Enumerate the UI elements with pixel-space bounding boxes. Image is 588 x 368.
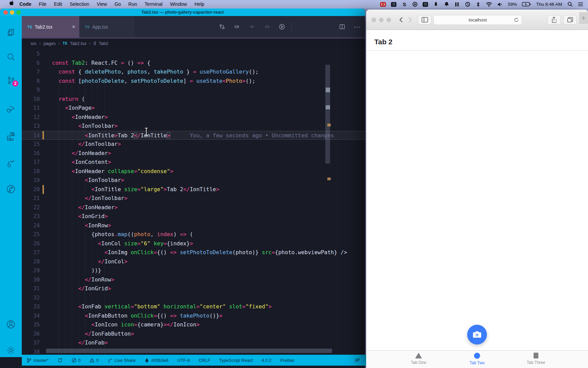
tab-overview-icon[interactable]	[563, 15, 577, 25]
close-tab-icon[interactable]: ×	[72, 24, 75, 30]
close-window-button[interactable]	[3, 10, 8, 15]
code-line-9: 9	[22, 86, 365, 95]
active-app-icon[interactable]	[423, 2, 428, 7]
menu-item-run[interactable]: Run	[125, 0, 141, 9]
menu-item-app[interactable]: Code	[16, 0, 35, 9]
run-debug-icon[interactable]	[6, 104, 16, 113]
spotlight-search-icon[interactable]	[567, 1, 573, 8]
new-tab-icon[interactable]: +	[579, 12, 588, 24]
record-circle-icon[interactable]	[412, 1, 418, 8]
more-actions-icon[interactable]: ⋯	[354, 24, 360, 30]
breadcrumb-file[interactable]: Tab2.tsx	[70, 41, 86, 46]
take-photo-fab-button[interactable]	[467, 325, 487, 344]
sidebar-icon[interactable]	[418, 15, 431, 25]
code-text: </IonCol>	[52, 257, 128, 266]
control-center-icon[interactable]	[578, 1, 583, 8]
compass-icon[interactable]	[465, 1, 470, 8]
extensions-icon[interactable]	[6, 132, 16, 142]
feedback-icon[interactable]	[354, 357, 360, 363]
status-item-sync-icon[interactable]	[58, 358, 63, 363]
run-file-icon[interactable]	[278, 24, 285, 30]
files-icon[interactable]	[6, 28, 16, 37]
vscode-title-bar[interactable]: Tab2.tsx — photo-gallery-capacitor-react	[0, 9, 365, 16]
volume-icon[interactable]	[497, 1, 503, 8]
back-icon[interactable]	[397, 15, 405, 24]
status-item-0[interactable]: 0	[89, 358, 99, 363]
git-graph-icon[interactable]	[6, 184, 16, 194]
ion-tab-tab-two[interactable]: Tab Two	[462, 353, 492, 365]
search-icon[interactable]	[6, 52, 16, 62]
status-label: #00b3e6	[151, 358, 168, 363]
menu-item-terminal[interactable]: Terminal	[141, 0, 166, 9]
status-item-utf-8[interactable]: UTF-8	[177, 358, 190, 363]
shortcuts-icon[interactable]: S	[402, 1, 407, 8]
breadcrumb-separator: ›	[58, 41, 60, 46]
code-text: <IonCol size="6" key={index}>	[52, 239, 193, 248]
bluetooth-icon[interactable]	[475, 1, 481, 8]
line-number: 7	[22, 67, 40, 77]
code-editor[interactable]: 56const Tab2: React.FC = () => {7 const …	[22, 48, 365, 355]
breadcrumb-src[interactable]: src	[31, 41, 36, 46]
pause-icon[interactable]	[454, 1, 460, 8]
code-line-27: 27 <IonImg onClick={() => setPhotoToDele…	[22, 248, 365, 257]
status-item-typescript-react[interactable]: TypeScript React	[219, 358, 253, 363]
split-editor-icon[interactable]	[339, 24, 345, 30]
share-icon[interactable]	[547, 15, 561, 25]
status-item--00b3e6[interactable]: #00b3e6	[144, 358, 168, 363]
status-item-0[interactable]: 0	[71, 358, 81, 363]
status-item-4-0-2[interactable]: 4.0.2	[262, 358, 272, 363]
minimize-window-button[interactable]	[10, 10, 14, 15]
menu-item-view[interactable]: View	[93, 0, 111, 9]
breadcrumb-pages[interactable]: pages	[44, 41, 55, 46]
line-number: 13	[22, 122, 40, 131]
menu-item-file[interactable]: File	[35, 0, 50, 9]
apple-menu-icon[interactable]	[5, 0, 16, 9]
menu-item-selection[interactable]: Selection	[66, 0, 93, 9]
tab-tab2-tsx[interactable]: TS Tab2.tsx ×	[22, 16, 79, 37]
next-change-icon[interactable]	[263, 24, 270, 30]
live-share-icon[interactable]	[6, 159, 16, 168]
code-text: </IonToolbar>	[52, 194, 128, 203]
status-item-prettier[interactable]: Prettier	[280, 358, 295, 363]
safari-window: localhost + Tab 2 Tab OneTab TwoTab Thre…	[366, 10, 588, 368]
screen-recorder-icon[interactable]	[380, 2, 386, 7]
safari-toolbar: localhost +	[366, 10, 588, 30]
tab-label: Tab Two	[470, 361, 485, 365]
previous-change-icon[interactable]	[233, 24, 240, 30]
address-bar[interactable]: localhost	[434, 15, 522, 25]
wifi-icon[interactable]	[486, 1, 492, 8]
status-item-live-share[interactable]: Live Share	[108, 358, 135, 363]
macos-menu-bar: Code File Edit Selection View Go Run Ter…	[0, 0, 588, 9]
menu-bar-clock[interactable]: Thu 8:46 AM	[536, 2, 562, 7]
camera-app-icon[interactable]	[391, 2, 396, 7]
breadcrumb-symbol-tab2[interactable]: Tab2	[99, 41, 108, 46]
ion-tab-tab-one[interactable]: Tab One	[403, 353, 434, 365]
status-label: 0	[96, 358, 99, 363]
menu-item-edit[interactable]: Edit	[50, 0, 66, 9]
code-line-18: 18 <IonHeader collapse="condense">	[22, 167, 365, 176]
line-number: 12	[22, 113, 40, 122]
account-icon[interactable]	[6, 320, 16, 329]
code-line-30: 30 </IonRow>	[22, 275, 365, 285]
code-text: </IonToolbar>	[52, 140, 121, 149]
tab-app-tsx[interactable]: TS App.tsx	[79, 16, 134, 37]
git-compare-icon[interactable]	[218, 24, 225, 30]
current-change-icon[interactable]	[248, 24, 255, 30]
notification-bell-icon[interactable]	[444, 1, 449, 8]
menu-item-go[interactable]: Go	[111, 0, 125, 9]
menu-item-window[interactable]: Window	[166, 0, 191, 9]
reload-icon[interactable]	[514, 17, 519, 24]
close-window-button[interactable]	[372, 18, 376, 22]
forward-icon[interactable]	[406, 15, 414, 24]
settings-gear-icon[interactable]	[6, 346, 16, 355]
status-item-crlf[interactable]: CRLF	[199, 358, 210, 363]
zoom-window-button[interactable]	[16, 10, 21, 15]
zoom-window-button[interactable]	[387, 18, 391, 22]
code-line-32: 32	[22, 293, 365, 303]
ion-tab-tab-three[interactable]: Tab Three	[521, 353, 551, 365]
minimize-window-button[interactable]	[379, 18, 383, 22]
menu-item-help[interactable]: Help	[191, 0, 208, 9]
code-line-7: 7 const { deletePhoto, photos, takePhoto…	[22, 67, 365, 77]
rocket-icon[interactable]	[433, 1, 439, 8]
status-item-master-[interactable]: master*	[27, 358, 49, 363]
